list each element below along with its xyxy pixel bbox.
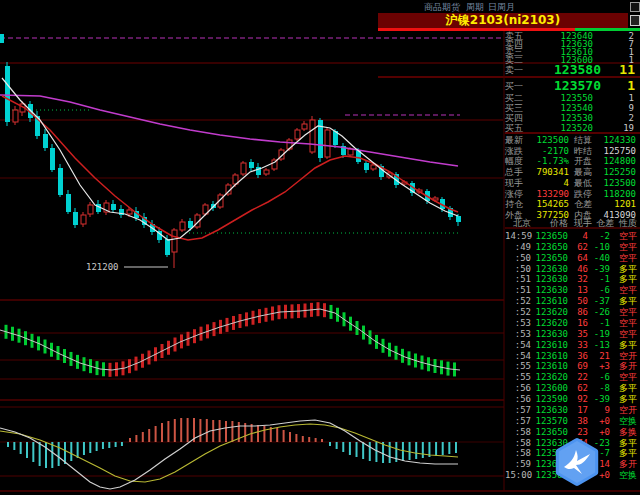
trade-time: :54: [505, 340, 531, 350]
level-label: 买一: [505, 79, 525, 93]
stat-label: 幅度: [505, 156, 529, 166]
tape-row-9: :5312363035-19空平: [505, 329, 639, 339]
trade-vol: 4: [568, 231, 588, 241]
trade-oi: -39: [588, 264, 610, 274]
trade-time: 15:00: [505, 470, 531, 480]
logo-watermark: [552, 437, 602, 487]
trade-time: 14:59: [505, 231, 531, 241]
level-qty: 19: [593, 124, 638, 133]
level-price: 123570: [525, 79, 601, 93]
trade-vol: 64: [568, 253, 588, 263]
trade-oi: -19: [588, 329, 610, 339]
panel-restore-icon[interactable]: [630, 15, 640, 26]
bear-strength-bar: [575, 28, 640, 31]
trade-vol: 36: [568, 351, 588, 361]
level-price: 123520: [531, 124, 593, 133]
stat-label: 最低: [574, 178, 600, 188]
col-vol: 现手: [568, 218, 592, 228]
stat-label: 涨停: [505, 189, 529, 199]
trade-oi: +0: [588, 427, 610, 437]
tape-row-8: :5312362016-1空平: [505, 318, 639, 328]
level-qty: 2: [593, 114, 638, 123]
bid-row-4[interactable]: 买四1235302: [505, 114, 638, 123]
bid-row-2[interactable]: 买二1235501: [505, 94, 638, 103]
stat-value: 124800: [600, 156, 638, 166]
trade-oi: 9: [588, 405, 610, 415]
trade-price: 123570: [531, 416, 568, 426]
best-bid-row[interactable]: 买一1235701: [505, 79, 638, 93]
stat-label: 持仓: [505, 199, 529, 209]
trade-price: 123610: [531, 351, 568, 361]
stat-row-1: 涨跌-2170昨结125750: [505, 146, 638, 156]
stat-row-2: 幅度-1.73%开盘124800: [505, 156, 638, 166]
stat-value: 118200: [600, 189, 638, 199]
trade-price: 123620: [531, 372, 568, 382]
stat-label: 昨结: [574, 146, 600, 156]
trade-nature: 多平: [610, 438, 639, 448]
trade-vol: 62: [568, 383, 588, 393]
trade-vol: 32: [568, 274, 588, 284]
trade-price: 123590: [531, 394, 568, 404]
tape-row-13: :5512362022-6空平: [505, 372, 639, 382]
stat-label: 总手: [505, 167, 529, 177]
trade-nature: 空平: [610, 242, 639, 252]
trade-price: 123650: [531, 242, 568, 252]
trade-price: 123650: [531, 253, 568, 263]
trade-nature: 空换: [610, 416, 639, 426]
bid-row-3[interactable]: 买三1235409: [505, 104, 638, 113]
trade-time: :58: [505, 438, 531, 448]
trade-vol: 50: [568, 296, 588, 306]
level-qty: 1: [593, 94, 638, 103]
best-ask-row[interactable]: 卖一12358011: [505, 63, 638, 77]
trade-time: :56: [505, 383, 531, 393]
trade-price: 123630: [531, 264, 568, 274]
level-price: 123530: [531, 114, 593, 123]
trade-vol: 92: [568, 394, 588, 404]
trade-oi: -13: [588, 340, 610, 350]
trade-vol: 35: [568, 329, 588, 339]
stat-label: 最新: [505, 135, 529, 145]
trade-nature: 多平: [610, 383, 639, 393]
col-nature: 性质: [614, 218, 639, 228]
stat-row-5: 涨停133290跌停118200: [505, 189, 638, 199]
trade-oi: -2: [588, 231, 610, 241]
stat-value: 125250: [600, 167, 638, 177]
tape-row-6: :5212361050-37多平: [505, 296, 639, 306]
tape-row-16: :57123630179空开: [505, 405, 639, 415]
trade-price: 123630: [531, 405, 568, 415]
tape-row-1: :4912365062-10空平: [505, 242, 639, 252]
trade-nature: 空平: [610, 253, 639, 263]
bid-row-5[interactable]: 买五12352019: [505, 124, 638, 133]
trade-time: :57: [505, 416, 531, 426]
stat-value: -1.73%: [529, 156, 569, 166]
trade-time: :55: [505, 361, 531, 371]
stat-value: 154265: [529, 199, 569, 209]
tape-row-17: :5712357038+0空换: [505, 416, 639, 426]
stat-label: 开盘: [574, 156, 600, 166]
top-menu-bar: 商品期货周期日周月: [0, 0, 640, 13]
trade-time: :58: [505, 448, 531, 458]
trade-time: :52: [505, 296, 531, 306]
col-oi: 仓差: [592, 218, 614, 228]
trade-nature: 空开: [610, 405, 639, 415]
trade-price: 123630: [531, 274, 568, 284]
trade-time: :53: [505, 318, 531, 328]
trade-oi: +3: [588, 361, 610, 371]
stat-value: 123500: [529, 135, 569, 145]
trade-vol: 62: [568, 242, 588, 252]
trade-time: :54: [505, 351, 531, 361]
trade-vol: 13: [568, 285, 588, 295]
trade-vol: 38: [568, 416, 588, 426]
trade-nature: 空平: [610, 329, 639, 339]
trade-price: 123630: [531, 329, 568, 339]
level-label: 买三: [505, 104, 531, 113]
trade-time: :53: [505, 329, 531, 339]
level-price: 123550: [531, 94, 593, 103]
stat-label: 结算: [574, 135, 600, 145]
window-control-icon[interactable]: [630, 2, 640, 12]
trade-nature: 多开: [610, 459, 639, 469]
tape-header: 北京价格现手仓差性质: [505, 218, 639, 228]
trade-nature: 空平: [610, 318, 639, 328]
trade-time: :56: [505, 394, 531, 404]
trade-price: 123610: [531, 361, 568, 371]
